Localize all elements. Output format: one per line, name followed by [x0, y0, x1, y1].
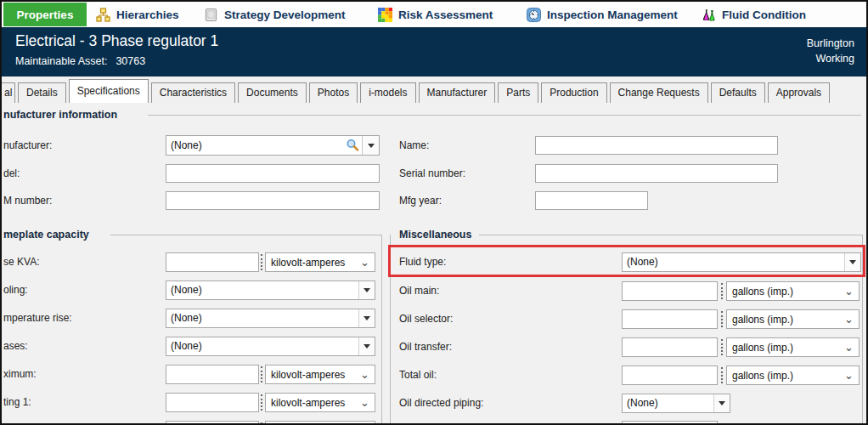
menu-item-fluid-condition[interactable]: Fluid Condition [695, 3, 813, 26]
specifications-panel: nufacturer information nufacturer: (None… [2, 103, 866, 423]
field-splitter-handle[interactable] [721, 311, 724, 327]
cooling-select[interactable]: (None) [166, 280, 375, 300]
tab-characteristics[interactable]: Characteristics [151, 82, 235, 103]
tab-details[interactable]: Details [18, 82, 66, 103]
select-value: (None) [623, 394, 713, 412]
group-border [110, 235, 381, 235]
model-input[interactable] [166, 164, 380, 183]
detail-tab-strip: al Details Specifications Characteristic… [2, 76, 866, 103]
total-oil-input[interactable] [622, 366, 718, 385]
hierarchy-icon [96, 8, 110, 22]
total-oil-unit-select[interactable]: gallons (imp.) ⌄ [726, 366, 860, 385]
field-splitter-handle[interactable] [721, 339, 724, 355]
oil-selector-label: Oil selector: [399, 309, 453, 329]
field-splitter-handle[interactable] [261, 394, 264, 411]
tab-manufacturer[interactable]: Manufacturer [419, 82, 496, 103]
select-value: (None) [166, 309, 358, 327]
oil-transfer-label: Oil transfer: [399, 337, 452, 357]
field-splitter-handle[interactable] [721, 283, 724, 299]
tab-general-cut[interactable]: al [2, 82, 15, 103]
tab-documents[interactable]: Documents [238, 82, 307, 103]
menu-item-label: Hierarchies [116, 8, 179, 21]
field-splitter-handle[interactable] [721, 367, 724, 383]
phases-select[interactable]: (None) [166, 337, 375, 356]
model-label: del: [3, 164, 20, 184]
base-kva-input[interactable] [166, 252, 259, 272]
tab-parts[interactable]: Parts [498, 82, 538, 103]
asset-title: Electrical - 3 Phase regulator 1 [15, 32, 218, 50]
manufacturer-value: (None) [166, 139, 343, 151]
oil-transfer-unit-select[interactable]: gallons (imp.) ⌄ [726, 337, 860, 357]
oil-directed-piping-select[interactable]: (None) [622, 394, 730, 413]
temperature-rise-select[interactable]: (None) [166, 309, 375, 328]
maximum-unit-select[interactable]: kilovolt-amperes ⌄ [265, 365, 375, 384]
site-name: Burlington [807, 36, 854, 51]
tab-photos[interactable]: Photos [309, 82, 358, 103]
tab-specifications[interactable]: Specifications [69, 79, 149, 103]
menu-item-inspection-management[interactable]: Inspection Management [520, 3, 685, 26]
base-kva-unit-select[interactable]: kilovolt-amperes ⌄ [265, 252, 375, 272]
oil-transfer-input[interactable] [622, 337, 718, 357]
unit-value: gallons (imp.) [727, 370, 844, 382]
gauge-icon [527, 8, 541, 22]
chevron-down-icon: ⌄ [360, 371, 369, 379]
chevron-down-icon: ⌄ [360, 258, 369, 267]
unit-value: gallons (imp.) [727, 286, 844, 298]
group-border [381, 235, 382, 423]
oem-number-input[interactable] [166, 191, 380, 210]
rating-2-unit-select-partial[interactable]: kilovolt-amperes ⌄ [265, 421, 375, 423]
group-border [148, 115, 861, 116]
tab-i-models[interactable]: i-models [360, 82, 415, 103]
oil-main-label: Oil main: [399, 281, 439, 301]
top-menu-bar: Properties Hierarchies St [2, 2, 866, 27]
dropdown-button[interactable] [358, 337, 375, 355]
asset-id-row: Maintainable Asset:30763 [15, 55, 145, 67]
dropdown-button[interactable] [358, 281, 375, 299]
tab-approvals[interactable]: Approvals [768, 82, 830, 103]
oil-main-unit-select[interactable]: gallons (imp.) ⌄ [726, 281, 860, 301]
temperature-rise-label: mperature rise: [3, 309, 72, 328]
oil-selector-unit-select[interactable]: gallons (imp.) ⌄ [726, 309, 860, 329]
maximum-label: ximum: [3, 365, 37, 384]
menu-item-hierarchies[interactable]: Hierarchies [89, 3, 186, 26]
miscellaneous-group-title: Miscellaneous [399, 229, 471, 241]
menu-item-risk-assessment[interactable]: Risk Assessment [371, 3, 499, 26]
menu-item-properties[interactable]: Properties [3, 3, 87, 26]
oil-selector-input[interactable] [622, 309, 718, 329]
oil-main-input[interactable] [622, 281, 718, 301]
rating-1-unit-select[interactable]: kilovolt-amperes ⌄ [265, 393, 375, 412]
dropdown-button[interactable] [358, 309, 375, 327]
field-splitter-handle[interactable] [261, 422, 264, 423]
manufacturer-lookup[interactable]: (None) [166, 135, 380, 156]
chevron-down-icon: ⌄ [844, 343, 854, 352]
name-input[interactable] [535, 136, 778, 155]
menu-item-label: Strategy Development [224, 8, 346, 21]
rating-1-input[interactable] [166, 393, 259, 412]
select-value: (None) [166, 281, 358, 299]
menu-item-label: Inspection Management [547, 8, 678, 21]
unit-value: kilovolt-amperes [266, 369, 360, 381]
manufacturer-dropdown-button[interactable] [362, 136, 379, 155]
field-splitter-handle[interactable] [261, 366, 264, 382]
rating-2-input-partial[interactable] [166, 421, 259, 423]
dropdown-arrow-icon [364, 288, 370, 292]
serial-number-input[interactable] [535, 164, 778, 183]
tab-change-requests[interactable]: Change Requests [610, 82, 708, 103]
field-splitter-handle[interactable] [261, 254, 264, 270]
tab-defaults[interactable]: Defaults [711, 82, 765, 103]
mfg-year-input[interactable] [535, 191, 648, 210]
dropdown-arrow-icon [364, 316, 370, 320]
tab-production[interactable]: Production [541, 82, 606, 103]
dropdown-arrow-icon [719, 401, 725, 405]
total-oil-label: Total oil: [399, 366, 437, 385]
manufacturer-info-group-title: nufacturer information [3, 109, 117, 121]
rating-1-label: ting 1: [3, 393, 31, 412]
search-icon[interactable] [343, 139, 362, 152]
document-icon [204, 8, 218, 22]
misc-input-partial[interactable] [622, 421, 718, 423]
dropdown-button[interactable] [713, 394, 730, 412]
manufacturer-label: nufacturer: [3, 136, 52, 156]
menu-item-strategy-development[interactable]: Strategy Development [197, 3, 352, 26]
nameplate-group-title: meplate capacity [3, 229, 89, 241]
maximum-input[interactable] [166, 365, 259, 384]
